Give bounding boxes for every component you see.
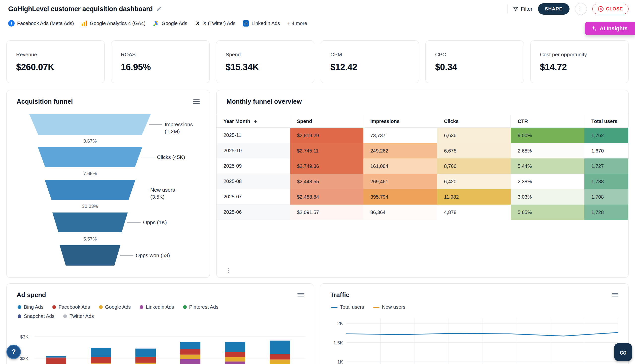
connector-label: Google Analytics 4 (GA4) <box>90 20 146 26</box>
table-cell-spend: $2,819.29 <box>290 128 363 143</box>
legend-item-facebook-ads[interactable]: Facebook Ads <box>52 304 90 310</box>
filter-button[interactable]: Filter <box>513 6 532 12</box>
topbar: GoHighLevel customer acquisition dashboa… <box>0 0 635 18</box>
kpi-value: $0.34 <box>435 62 515 72</box>
chart-menu-icon[interactable] <box>612 292 618 298</box>
table-cell-impressions: 395,794 <box>363 189 437 204</box>
kpi-card-cpm: CPM$12.42 <box>321 40 419 83</box>
kpi-card-revenue: Revenue$260.07K <box>7 40 105 83</box>
table-cell-ctr: 2.68% <box>511 143 584 158</box>
legend-item-pinterest-ads[interactable]: Pinterest Ads <box>183 304 219 310</box>
legend-label: New users <box>382 304 405 310</box>
table-cell-spend: $2,745.11 <box>290 143 363 158</box>
x-twitter-icon: X <box>195 20 201 26</box>
table-row-yearmonth: 2025-11 <box>217 128 290 143</box>
kpi-value: $260.07K <box>16 62 97 72</box>
edit-title-icon[interactable] <box>156 6 162 12</box>
column-header-clicks[interactable]: Clicks <box>437 115 511 128</box>
table-cell-clicks: 6,678 <box>437 143 511 158</box>
filter-label: Filter <box>521 6 532 12</box>
table-cell-total-users: 1,728 <box>584 204 628 220</box>
svg-text:Clicks (45K): Clicks (45K) <box>157 154 185 160</box>
column-header-label: Year Month <box>224 118 250 124</box>
legend-item-bing-ads[interactable]: Bing Ads <box>18 304 44 310</box>
ad-spend-legend: Bing AdsFacebook AdsGoogle AdsLinkedin A… <box>7 299 267 319</box>
svg-text:3.67%: 3.67% <box>83 138 97 144</box>
table-cell-total-users: 1,738 <box>584 174 628 189</box>
funnel-card-title: Acquisition funnel <box>17 98 73 106</box>
legend-label: Linkedin Ads <box>146 304 174 310</box>
column-header-year-month[interactable]: Year Month <box>217 115 290 128</box>
chat-widget-button[interactable]: ∞ <box>614 343 632 361</box>
google-ads-icon <box>153 20 159 26</box>
ga4-icon <box>81 20 87 26</box>
chart-menu-icon[interactable] <box>297 292 304 298</box>
kpi-row: Revenue$260.07KROAS16.95%Spend$15.34KCPM… <box>7 40 628 83</box>
share-button[interactable]: SHARE <box>538 3 570 15</box>
column-header-ctr[interactable]: CTR <box>511 115 584 128</box>
table-row-yearmonth: 2025-07 <box>217 189 290 204</box>
kpi-card-roas: ROAS16.95% <box>111 40 209 83</box>
kpi-card-cpc: CPC$0.34 <box>425 40 524 83</box>
table-cell-ctr: 5.44% <box>511 158 584 174</box>
table-more-icon[interactable]: ⋮ <box>225 267 231 274</box>
monthly-funnel-table: Year MonthSpendImpressionsClicksCTRTotal… <box>217 115 628 220</box>
table-cell-impressions: 161,084 <box>363 158 437 174</box>
kpi-value: 16.95% <box>121 62 201 72</box>
column-header-spend[interactable]: Spend <box>290 115 363 128</box>
ai-insights-button[interactable]: AI Insights <box>585 22 635 35</box>
kpi-label: Spend <box>226 52 306 58</box>
table-cell-clicks: 11,982 <box>437 189 511 204</box>
close-button[interactable]: × CLOSE <box>592 4 628 14</box>
more-options-button[interactable]: ⋮ <box>575 3 587 15</box>
column-header-impressions[interactable]: Impressions <box>363 115 437 128</box>
close-label: CLOSE <box>606 6 623 12</box>
chart-menu-icon[interactable] <box>193 98 200 105</box>
ad-spend-title: Ad spend <box>17 291 46 299</box>
traffic-legend: Total usersNew users <box>320 299 581 310</box>
table-cell-spend: $2,749.36 <box>290 158 363 174</box>
kebab-icon: ⋮ <box>578 6 584 12</box>
legend-item-new-users[interactable]: New users <box>373 304 405 310</box>
connector-list: fFacebook Ads (Meta Ads)Google Analytics… <box>8 18 307 29</box>
column-header-total-users[interactable]: Total users <box>584 115 628 128</box>
legend-label: Total users <box>340 304 364 310</box>
close-icon: × <box>598 6 603 12</box>
topbar-actions: Filter SHARE ⋮ × CLOSE <box>507 3 628 15</box>
kpi-label: Revenue <box>16 52 97 58</box>
connector-chip-linkedin-ads[interactable]: inLinkedIn Ads <box>243 20 280 26</box>
table-cell-clicks: 8,766 <box>437 158 511 174</box>
legend-line <box>373 307 379 308</box>
legend-item-total-users[interactable]: Total users <box>331 304 364 310</box>
table-cell-impressions: 86,364 <box>363 204 437 220</box>
legend-item-twitter-ads[interactable]: Twitter Ads <box>63 314 94 319</box>
connector-chip-google-analytics-4-ga4[interactable]: Google Analytics 4 (GA4) <box>81 20 146 26</box>
help-button[interactable]: ? <box>7 345 21 359</box>
bottom-charts-row: Ad spend Bing AdsFacebook AdsGoogle AdsL… <box>7 284 628 364</box>
table-cell-clicks: 6,420 <box>437 174 511 189</box>
legend-line <box>331 307 338 308</box>
table-cell-clicks: 6,636 <box>437 128 511 143</box>
monthly-funnel-table-card: Monthly funnel overview Year MonthSpendI… <box>216 90 628 278</box>
connector-label: Google Ads <box>162 20 187 26</box>
table-cell-spend: $2,488.84 <box>290 189 363 204</box>
legend-item-snapchat-ads[interactable]: Snapchat Ads <box>18 314 54 319</box>
connector-chip-x-twitter-ads[interactable]: XX (Twitter) Ads <box>195 20 235 26</box>
table-cell-total-users: 1,670 <box>584 143 628 158</box>
column-header-label: Total users <box>591 118 617 124</box>
legend-item-linkedin-ads[interactable]: Linkedin Ads <box>140 304 174 310</box>
connector-chip-facebook-ads-meta-ads[interactable]: fFacebook Ads (Meta Ads) <box>8 20 74 26</box>
connector-chip-google-ads[interactable]: Google Ads <box>153 20 187 26</box>
column-header-label: Clicks <box>444 118 459 124</box>
connector-label: Facebook Ads (Meta Ads) <box>17 20 74 26</box>
legend-item-google-ads[interactable]: Google Ads <box>99 304 131 310</box>
legend-label: Bing Ads <box>24 304 44 310</box>
table-row-yearmonth: 2025-09 <box>217 158 290 174</box>
funnel-chart: Impressions(1.2M)Clicks (45K)New users(3… <box>7 90 210 278</box>
table-row-yearmonth: 2025-06 <box>217 204 290 220</box>
more-connectors-link[interactable]: + 4 more <box>287 20 307 26</box>
page-title: GoHighLevel customer acquisition dashboa… <box>8 5 153 13</box>
linkedin-icon: in <box>243 20 249 26</box>
charts-row: Acquisition funnel Impressions(1.2M)Clic… <box>7 90 628 278</box>
kpi-label: ROAS <box>121 52 201 58</box>
